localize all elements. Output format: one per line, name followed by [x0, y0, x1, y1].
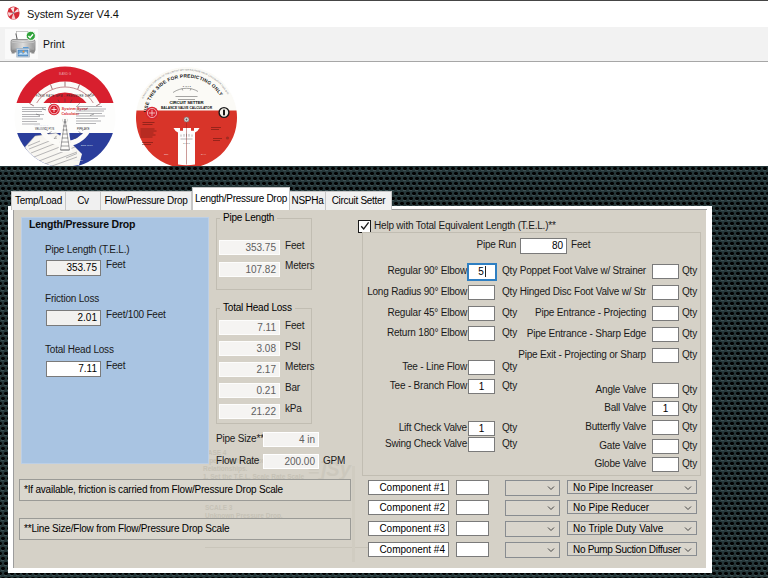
- svg-text:BALANCE VALVE CALCULATOR: BALANCE VALVE CALCULATOR: [161, 106, 213, 110]
- svg-text:.2 .5 1 2: .2 .5 1 2: [182, 85, 191, 88]
- svg-text:B AND G: B AND G: [59, 72, 72, 76]
- svg-text:SCALE No 2: SCALE No 2: [34, 124, 49, 127]
- svg-text:CIRCUIT SETTER: CIRCUIT SETTER: [169, 100, 204, 105]
- svg-text:FLOW RATE GPM - PRESSURE DROP: FLOW RATE GPM - PRESSURE DROP: [36, 94, 95, 98]
- svg-text:2 4 6 8: 2 4 6 8: [183, 142, 190, 144]
- svg-text:MODEL: MODEL: [74, 159, 84, 162]
- svg-text:DIAL: DIAL: [201, 153, 207, 155]
- svg-text:B&G 1966: B&G 1966: [81, 144, 93, 147]
- svg-text:SET: SET: [164, 153, 169, 155]
